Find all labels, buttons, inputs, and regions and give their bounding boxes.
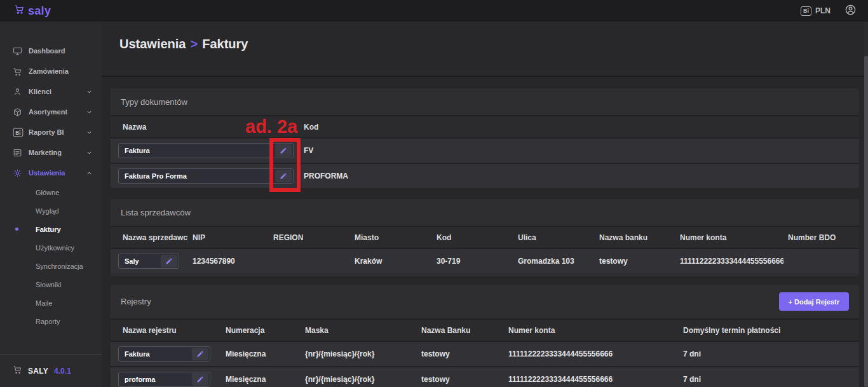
sidebar-item-marketing[interactable]: Marketing [0, 142, 102, 163]
sidebar-item-asortyment[interactable]: Asortyment [0, 102, 102, 122]
bi-badge-icon: Bi [13, 128, 22, 137]
sidebar-item-raporty-bi[interactable]: Bi Raporty BI [0, 122, 102, 142]
register-account-cell: 1111122223333444455556666 [504, 350, 679, 358]
table-header-row: Nazwa sprzedawcy NIP REGION Miasto Kod U… [111, 226, 859, 248]
column-header: Kod [304, 123, 851, 132]
seller-name-field [118, 254, 179, 269]
register-name-field [118, 346, 210, 362]
register-name-field [118, 372, 210, 387]
table-row: FV [111, 137, 859, 163]
scrollbar-track[interactable] [864, 22, 868, 387]
seller-bank-cell: testowy [595, 257, 675, 266]
sidebar-item-label: Asortyment [29, 108, 67, 116]
content: Typy dokumentów Nazwa Kod FV [102, 88, 868, 387]
column-header: REGION [269, 233, 350, 242]
column-header: Ulica [513, 233, 595, 242]
breadcrumb-separator: > [190, 37, 198, 51]
table-row: Miesięczna {nr}/{miesiąc}/{rok} testowy … [111, 366, 859, 387]
pencil-icon [196, 350, 204, 358]
sidebar-item-label: Dashboard [29, 47, 65, 55]
account-menu-button[interactable] [844, 4, 857, 18]
column-header: Numer konta [504, 326, 679, 335]
sidebar-item-ustawienia[interactable]: Ustawienia [0, 163, 102, 183]
column-header: Domyślny termin płatności [679, 326, 851, 335]
seller-street-cell: Gromadzka 103 [513, 257, 595, 266]
section-registers: Rejestry + Dodaj Rejestr Nazwa rejestru … [111, 285, 859, 387]
register-name-input[interactable] [119, 376, 192, 383]
scrollbar-thumb[interactable] [864, 56, 868, 387]
chevron-down-icon [86, 129, 93, 136]
edit-button[interactable] [192, 373, 208, 386]
table-header-row: Nazwa Kod [111, 115, 859, 137]
sidebar-spacer [0, 330, 102, 354]
active-dot [15, 227, 18, 231]
edit-button[interactable] [161, 255, 177, 268]
cart-logo-icon [14, 4, 25, 18]
register-name-input[interactable] [119, 350, 192, 358]
register-mask-cell: {nr}/{miesiąc}/{rok} [301, 375, 417, 384]
sidebar-item-label: Ustawienia [29, 169, 65, 177]
sidebar-subitem-raporty[interactable]: Raporty [0, 312, 102, 330]
monitor-icon [13, 46, 22, 56]
seller-nip-cell: 1234567890 [188, 257, 269, 266]
subitem-label: Użytkownicy [36, 244, 74, 252]
section-title: Typy dokumentów [111, 88, 859, 115]
table-row: PROFORMA [111, 163, 859, 188]
column-header: Maska [301, 326, 417, 335]
register-account-cell: 1111122223333444455556666 [504, 375, 679, 384]
sidebar-item-label: Marketing [29, 149, 62, 156]
sidebar-subitem-synchronizacja[interactable]: Synchronizacja [0, 257, 102, 275]
seller-name-input[interactable] [119, 257, 161, 265]
user-circle-icon [844, 4, 857, 18]
sidebar-item-zamowienia[interactable]: Zamówienia [0, 61, 102, 81]
pencil-icon [196, 376, 204, 383]
package-icon [13, 107, 22, 117]
subitem-label: Synchronizacja [36, 262, 83, 270]
column-header: Nazwa banku [595, 233, 675, 242]
sidebar-item-dashboard[interactable]: Dashboard [0, 41, 102, 61]
sidebar-subitem-glowne[interactable]: Główne [0, 183, 102, 201]
subitem-label: Wygląd [36, 207, 59, 215]
sidebar-footer: SALY 4.0.1 [0, 354, 102, 387]
currency-label: PLN [815, 6, 831, 15]
sidebar-subitem-slowniki[interactable]: Słowniki [0, 275, 102, 294]
page-header: Ustawienia>Faktury [102, 22, 868, 77]
register-numbering-cell: Miesięczna [221, 375, 301, 384]
cart-icon [13, 67, 22, 76]
register-term-cell: 7 dni [679, 375, 851, 384]
edit-button[interactable] [192, 348, 208, 360]
sidebar-subitem-faktury[interactable]: Faktury [0, 220, 102, 238]
sidebar-subitem-wyglad[interactable]: Wygląd [0, 201, 102, 220]
subitem-label: Faktury [36, 226, 61, 233]
register-term-cell: 7 dni [679, 350, 851, 358]
sidebar-item-klienci[interactable]: Klienci [0, 81, 102, 102]
column-header: Nazwa rejestru [118, 326, 221, 335]
document-name-input[interactable] [119, 147, 275, 154]
column-header: NIP [188, 233, 269, 242]
document-name-field [118, 143, 294, 158]
banknote-icon: Bi [801, 6, 811, 16]
footer-version: 4.0.1 [54, 367, 71, 376]
chevron-down-icon [86, 88, 93, 95]
seller-city-cell: Kraków [350, 257, 432, 266]
sidebar-subitem-uzytkownicy[interactable]: Użytkownicy [0, 238, 102, 257]
sidebar-subitem-maile[interactable]: Maile [0, 294, 102, 312]
currency-selector[interactable]: Bi PLN [801, 6, 831, 16]
person-icon [13, 87, 22, 97]
footer-brand: SALY [28, 367, 48, 376]
app-logo[interactable]: saly [14, 4, 51, 18]
add-register-button[interactable]: + Dodaj Rejestr [779, 292, 849, 311]
section-title-row: Rejestry + Dodaj Rejestr [111, 285, 859, 318]
breadcrumb-parent[interactable]: Ustawienia [119, 37, 186, 51]
table-row: Miesięczna {nr}/{miesiąc}/{rok} testowy … [111, 341, 859, 366]
annotation-label: ad. 2a [245, 116, 297, 137]
column-header: Kod [432, 233, 513, 242]
document-name-input[interactable] [119, 172, 275, 180]
section-sellers: Lista sprzedawców Nazwa sprzedawcy NIP R… [111, 199, 859, 276]
column-header: Nazwa sprzedawcy [118, 233, 188, 242]
register-numbering-cell: Miesięczna [221, 350, 301, 358]
topbar: saly Bi PLN [0, 0, 868, 22]
register-bank-cell: testowy [417, 375, 504, 384]
main-content: Ustawienia>Faktury Typy dokumentów Nazwa… [102, 22, 868, 387]
sidebar: Dashboard Zamówienia Klienci Asortyment [0, 22, 102, 387]
